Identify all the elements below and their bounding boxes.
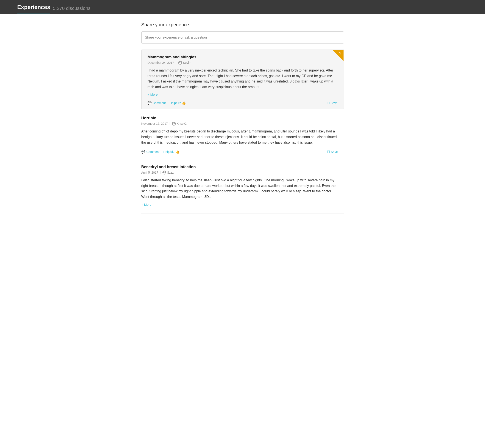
post-card-3: Benedryl and breast infection April 5, 2… [141, 160, 344, 213]
comment-button-2[interactable]: 💬 Comment [141, 150, 160, 154]
svg-point-2 [164, 171, 165, 173]
svg-point-0 [179, 62, 181, 63]
post-actions-left-2: 💬 Comment Helpful? 👍 [141, 150, 180, 154]
post-card-1: ? Mammogram and shingles December 24, 20… [141, 49, 344, 109]
header-bar: Experiences 5,270 discussions [0, 0, 485, 14]
helpful-label-2: Helpful? [163, 150, 174, 153]
comment-label-1: Comment [153, 101, 166, 105]
post-title-3: Benedryl and breast infection [141, 165, 338, 169]
helpful-button-1[interactable]: Helpful? 👍 [170, 101, 186, 105]
post-body-1: I had a mammogram by a very inexperience… [148, 68, 338, 90]
share-input-wrapper[interactable] [141, 32, 344, 43]
post-meta-2: November 15, 2017 | Krissy2 [141, 122, 338, 126]
meta-sep-3: | [160, 171, 161, 174]
comment-label-2: Comment [146, 150, 160, 153]
thumbsup-icon-2: 👍 [176, 150, 180, 154]
post-body-2: After coming off of depo my breasts bega… [141, 128, 338, 145]
post-card-2: Horrible November 15, 2017 | Krissy2 Aft… [141, 111, 344, 158]
post-date-1: December 24, 2017 [148, 61, 174, 64]
svg-point-1 [173, 123, 175, 124]
post-author-1: Sevim [183, 61, 191, 64]
comment-button-1[interactable]: 💬 Comment [148, 101, 166, 105]
user-icon-2 [172, 122, 176, 126]
header-count: 5,270 discussions [53, 6, 90, 14]
post-date-3: April 5, 2017 [141, 171, 158, 174]
header-title: Experiences [17, 4, 50, 14]
post-meta-1: December 24, 2017 | Sevim [148, 61, 338, 65]
helpful-button-2[interactable]: Helpful? 👍 [163, 150, 179, 154]
post-title-1: Mammogram and shingles [148, 55, 338, 59]
save-button-1[interactable]: ☐ Save [327, 101, 338, 105]
post-title-2: Horrible [141, 116, 338, 120]
more-link-1[interactable]: + More [148, 93, 158, 96]
post-author-wrapper-2: Krissy2 [172, 122, 186, 126]
comment-icon-1: 💬 [148, 101, 152, 105]
user-icon-1 [178, 61, 182, 65]
post-author-2: Krissy2 [177, 122, 186, 125]
helpful-label-1: Helpful? [170, 101, 181, 105]
post-actions-2: 💬 Comment Helpful? 👍 ☐ Save [141, 148, 338, 154]
share-input[interactable] [145, 36, 340, 40]
post-author-wrapper-3: Szzz [162, 171, 174, 175]
share-section-title: Share your experience [141, 22, 344, 28]
main-content: Share your experience ? Mammogram and sh… [124, 14, 361, 224]
thumbsup-icon-1: 👍 [182, 101, 186, 105]
post-date-2: November 15, 2017 [141, 122, 168, 125]
meta-sep-1: | [176, 61, 177, 64]
save-button-2[interactable]: ☐ Save [327, 150, 338, 154]
save-label-1: Save [331, 101, 338, 105]
save-label-2: Save [331, 150, 338, 153]
more-link-3[interactable]: + More [141, 203, 152, 206]
save-icon-2: ☐ [327, 150, 330, 154]
question-badge-symbol: ? [339, 51, 341, 56]
user-icon-3 [162, 171, 166, 175]
meta-sep-2: | [169, 122, 170, 125]
post-actions-left-1: 💬 Comment Helpful? 👍 [148, 101, 186, 105]
post-body-3: I also started taking benedryl to help m… [141, 177, 338, 200]
comment-icon-2: 💬 [141, 150, 146, 154]
post-author-wrapper-1: Sevim [178, 61, 191, 65]
post-actions-1: 💬 Comment Helpful? 👍 ☐ Save [148, 99, 338, 105]
save-icon-1: ☐ [327, 101, 330, 105]
post-meta-3: April 5, 2017 | Szzz [141, 171, 338, 175]
post-author-3: Szzz [167, 171, 174, 174]
